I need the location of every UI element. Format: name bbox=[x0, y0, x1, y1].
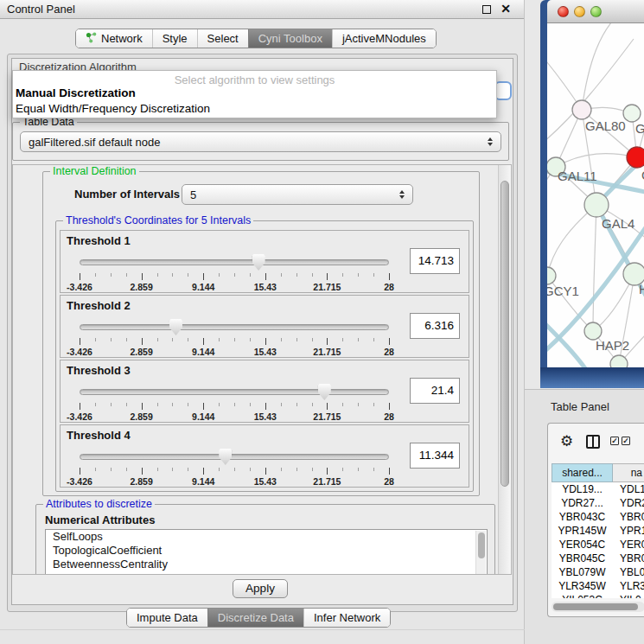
algorithm-combobox[interactable] bbox=[494, 81, 512, 100]
slider-thumb[interactable] bbox=[318, 384, 331, 400]
slider-track[interactable] bbox=[80, 324, 389, 330]
table-row[interactable]: YBL079WYBL0 bbox=[552, 565, 644, 579]
cell-name: YLR3 bbox=[613, 579, 644, 593]
list-item-topologicalcoefficient[interactable]: TopologicalCoefficient bbox=[46, 544, 487, 558]
network-node-gal80[interactable] bbox=[572, 100, 591, 119]
float-window-icon[interactable] bbox=[482, 5, 491, 14]
tick-mark bbox=[265, 273, 266, 280]
network-window-titlebar[interactable] bbox=[547, 0, 644, 23]
interval-definition-group: Interval Definition Number of Intervals … bbox=[42, 171, 480, 496]
tab-network[interactable]: Network bbox=[76, 29, 152, 48]
network-node-gal4[interactable] bbox=[584, 193, 609, 217]
number-of-intervals-combobox[interactable]: 5 bbox=[182, 184, 413, 205]
table-row[interactable]: YDR27...YDR2 bbox=[552, 496, 644, 510]
tick-label: -3.426 bbox=[67, 476, 92, 487]
threshold-slider[interactable]: -3.4262.8599.14415.4321.71528 bbox=[80, 381, 389, 421]
network-node-g-[interactable] bbox=[623, 105, 641, 122]
gear-icon[interactable]: ⚙ bbox=[560, 432, 573, 450]
control-panel-title: Control Panel bbox=[7, 3, 75, 16]
attributes-scrollbar[interactable] bbox=[475, 531, 486, 575]
slider-track[interactable] bbox=[80, 454, 389, 460]
tab-cyni-toolbox[interactable]: Cyni Toolbox bbox=[248, 29, 332, 48]
network-edge[interactable] bbox=[556, 154, 637, 167]
panel-scrollbar-thumb[interactable] bbox=[501, 181, 509, 487]
network-node[interactable] bbox=[610, 355, 628, 367]
threshold-value-input[interactable]: 21.4 bbox=[410, 378, 460, 404]
list-item-selfloops[interactable]: SelfLoops bbox=[46, 530, 487, 544]
table-data-combobox[interactable]: galFiltered.sif default node bbox=[20, 131, 501, 152]
threshold-value-input[interactable]: 6.316 bbox=[410, 313, 460, 339]
node-table[interactable]: shared...na YDL19...YDL1YDR27...YDR2YBR0… bbox=[552, 463, 644, 598]
table-row[interactable]: YPR145WYPR1 bbox=[552, 524, 644, 538]
threshold-value-input[interactable]: 14.713 bbox=[410, 248, 460, 274]
network-node-c[interactable] bbox=[627, 147, 644, 168]
close-traffic-light-icon[interactable] bbox=[558, 6, 569, 17]
cell-shared-name: YIL053C bbox=[552, 593, 613, 598]
dock-divider bbox=[0, 629, 525, 630]
table-row[interactable]: YIL053CYIL0 bbox=[552, 593, 644, 598]
apply-button[interactable]: Apply bbox=[233, 579, 288, 598]
slider-track[interactable] bbox=[80, 389, 389, 395]
network-canvas[interactable]: GAL80G.CGAL11GAL4GCY1HHAP2 bbox=[547, 23, 644, 367]
tab-infer-network[interactable]: Infer Network bbox=[303, 609, 390, 627]
tab-discretize-data[interactable]: Discretize Data bbox=[207, 609, 303, 627]
tick-mark bbox=[296, 338, 297, 341]
slider-track[interactable] bbox=[80, 259, 389, 265]
tick-mark bbox=[281, 338, 282, 341]
list-item-betweennesscentrality[interactable]: BetweennessCentrality bbox=[46, 558, 487, 571]
network-edge[interactable] bbox=[547, 205, 596, 276]
column-header-name[interactable]: na bbox=[613, 463, 644, 482]
column-header-shared-name[interactable]: shared... bbox=[552, 463, 613, 482]
tab-label: Discretize Data bbox=[218, 611, 294, 624]
threshold-value-input[interactable]: 11.344 bbox=[410, 443, 460, 469]
control-panel-tabbar: NetworkStyleSelectCyni ToolboxjActiveMNo… bbox=[75, 29, 437, 48]
threshold-slider[interactable]: -3.4262.8599.14415.4321.71528 bbox=[80, 316, 389, 356]
numerical-attributes-list[interactable]: SelfLoopsTopologicalCoefficientBetweenne… bbox=[45, 529, 488, 575]
close-icon[interactable]: ✕ bbox=[501, 2, 511, 16]
table-row[interactable]: YER054CYER0 bbox=[552, 538, 644, 552]
slider-thumb[interactable] bbox=[169, 319, 182, 335]
tick-mark bbox=[250, 338, 251, 341]
algorithm-option-manual-discretization[interactable]: Manual Discretization bbox=[13, 86, 496, 101]
tick-mark bbox=[265, 468, 266, 475]
tick-mark bbox=[126, 403, 127, 406]
tick-mark bbox=[126, 338, 127, 341]
tick-mark bbox=[373, 273, 374, 277]
table-scrollbar-thumb[interactable] bbox=[553, 603, 638, 610]
split-columns-icon[interactable] bbox=[586, 435, 600, 449]
threshold-slider[interactable]: -3.4262.8599.14415.4321.71528 bbox=[80, 252, 389, 291]
table-row[interactable]: YLR345WYLR3 bbox=[552, 579, 644, 593]
table-horizontal-scrollbar[interactable] bbox=[552, 602, 644, 612]
tab-jactivemnodules[interactable]: jActiveMNodules bbox=[332, 29, 436, 48]
tab-label: Style bbox=[163, 32, 188, 45]
tick-label: 28 bbox=[384, 347, 394, 357]
panel-vertical-scrollbar[interactable] bbox=[498, 165, 511, 574]
minimize-traffic-light-icon[interactable] bbox=[574, 6, 585, 17]
tab-select[interactable]: Select bbox=[197, 29, 248, 48]
window-frame-bottom bbox=[540, 367, 644, 388]
table-row[interactable]: YDL19...YDL1 bbox=[552, 482, 644, 496]
checkbox-icon[interactable]: ✓ bbox=[622, 437, 630, 445]
network-node-gcy1[interactable] bbox=[547, 267, 556, 284]
tab-label: Infer Network bbox=[314, 611, 380, 624]
network-node-hap2[interactable] bbox=[584, 322, 602, 340]
tab-style[interactable]: Style bbox=[152, 29, 197, 48]
checkbox-icon[interactable]: ✓ bbox=[610, 437, 619, 445]
network-edge[interactable] bbox=[593, 205, 596, 331]
threshold-box-threshold-2: Threshold 2-3.4262.8599.14415.4321.71528… bbox=[60, 295, 469, 358]
tick-mark bbox=[203, 273, 204, 280]
table-row[interactable]: YBR045CYBR0 bbox=[552, 552, 644, 565]
attributes-scrollbar-thumb[interactable] bbox=[478, 532, 485, 558]
zoom-traffic-light-icon[interactable] bbox=[590, 6, 602, 17]
table-row[interactable]: YBR043CYBR0 bbox=[552, 510, 644, 524]
slider-thumb[interactable] bbox=[219, 449, 232, 465]
threshold-slider[interactable]: -3.4262.8599.14415.4321.71528 bbox=[80, 446, 389, 486]
number-of-intervals-value: 5 bbox=[190, 188, 196, 201]
algorithm-option-equal-width-frequency-discretization[interactable]: Equal Width/Frequency Discretization bbox=[13, 101, 496, 117]
control-panel: Control Panel ✕ NetworkStyleSelectCyni T… bbox=[0, 0, 525, 644]
tick-mark bbox=[111, 273, 112, 277]
tick-label: 2.859 bbox=[130, 347, 152, 357]
tab-impute-data[interactable]: Impute Data bbox=[127, 609, 207, 627]
slider-thumb[interactable] bbox=[252, 254, 265, 271]
tick-mark bbox=[111, 468, 112, 471]
